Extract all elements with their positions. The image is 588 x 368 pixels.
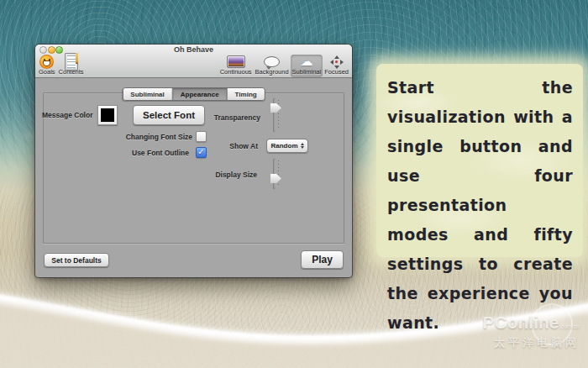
toolbar-item-label: Goals xyxy=(39,69,55,76)
toolbar-item-label: Focused xyxy=(324,69,349,76)
window-chrome: Oh Behave Goals Contents xyxy=(35,45,352,78)
toolbar-item-label: Background xyxy=(255,69,289,76)
color-swatch xyxy=(101,108,114,122)
tab-subliminal[interactable]: Subliminal xyxy=(123,88,172,100)
popup-arrows-icon xyxy=(301,143,304,150)
screenshot-root: Start the visualization with a single bu… xyxy=(0,0,588,368)
toolbar-item-label: Subliminal xyxy=(292,69,322,76)
set-to-defaults-button[interactable]: Set to Defaults xyxy=(44,253,109,267)
smiley-icon xyxy=(39,55,54,69)
notepad-icon xyxy=(65,55,78,69)
toolbar-right-group: Continuous Background ☁ Subliminal xyxy=(218,55,350,77)
toolbar-item-goals[interactable]: Goals xyxy=(37,55,57,77)
toolbar-item-focused[interactable]: Focused xyxy=(323,55,350,77)
popup-selected-value: Random xyxy=(271,142,298,150)
watermark: PConline.com.cn 太平洋电脑网 xyxy=(482,313,580,350)
callout-box: Start the visualization with a single bu… xyxy=(376,64,583,257)
show-at-popup[interactable]: Random xyxy=(266,139,308,153)
toolbar-item-label: Continuous xyxy=(220,69,252,76)
transparency-label: Transparency xyxy=(212,113,260,122)
use-font-outline-checkbox[interactable]: ✓ xyxy=(196,147,207,158)
speech-bubble-icon xyxy=(264,55,280,69)
tab-timing[interactable]: Timing xyxy=(228,88,265,100)
toolbar-left-group: Goals Contents xyxy=(37,55,86,77)
slider-ticks xyxy=(278,100,279,130)
transparency-slider[interactable] xyxy=(268,98,281,132)
toolbar-item-contents[interactable]: Contents xyxy=(57,55,86,77)
toolbar-item-continuous[interactable]: Continuous xyxy=(218,55,254,77)
watermark-domain: .com.cn xyxy=(559,323,580,329)
window-title: Oh Behave xyxy=(35,45,352,54)
play-button[interactable]: Play xyxy=(301,250,344,269)
toolbar: Goals Contents Continuous xyxy=(35,55,352,77)
select-font-button[interactable]: Select Font xyxy=(133,105,205,125)
callout-text: Start the visualization with a single bu… xyxy=(376,64,583,338)
picture-icon xyxy=(227,55,245,69)
display-size-label: Display Size xyxy=(208,171,257,179)
changing-font-size-label: Changing Font Size xyxy=(86,133,192,141)
toolbar-item-subliminal[interactable]: ☁ Subliminal xyxy=(291,55,323,77)
slider-thumb[interactable] xyxy=(270,103,281,113)
changing-font-size-checkbox[interactable] xyxy=(196,131,207,142)
message-color-label: Message Color xyxy=(42,111,92,119)
display-size-slider[interactable] xyxy=(268,159,281,189)
tab-appearance[interactable]: Appearance xyxy=(173,88,228,100)
use-font-outline-label: Use Font Outline xyxy=(86,149,189,157)
checkmark-icon: ✓ xyxy=(197,147,206,157)
slider-thumb[interactable] xyxy=(270,174,281,183)
watermark-brand: PConline.com.cn xyxy=(482,313,580,336)
move-arrows-icon xyxy=(330,55,344,69)
show-at-label: Show At xyxy=(212,142,258,150)
app-window: Oh Behave Goals Contents xyxy=(35,45,352,277)
tab-bar: Subliminal Appearance Timing xyxy=(122,87,265,101)
slider-ticks xyxy=(278,160,279,187)
message-color-well[interactable] xyxy=(97,105,118,125)
watermark-subtitle: 太平洋电脑网 xyxy=(482,336,580,350)
toolbar-item-background[interactable]: Background xyxy=(254,55,291,77)
cloud-icon: ☁ xyxy=(300,55,312,69)
